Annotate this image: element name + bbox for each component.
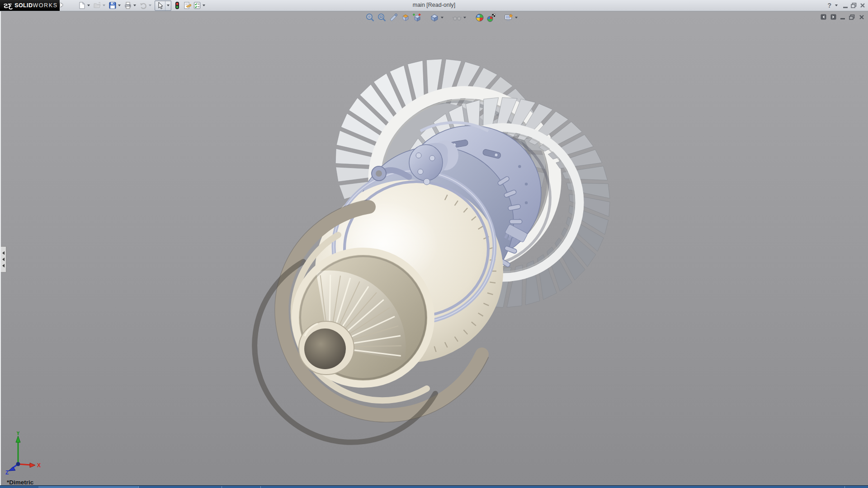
file-properties-button[interactable]: [183, 1, 192, 10]
undo-icon: [139, 1, 147, 9]
document-window-controls: [821, 14, 864, 20]
viewport[interactable]: Y X Z *Dimetric: [0, 11, 868, 486]
next-pane-button[interactable]: [830, 14, 836, 20]
taskbar-divider: [260, 486, 261, 488]
select-tool-dropdown[interactable]: [165, 1, 171, 10]
select-cursor-icon: [156, 2, 164, 9]
close-button[interactable]: [860, 3, 865, 8]
document-minimize-button[interactable]: [840, 18, 845, 19]
print-icon: [124, 1, 132, 9]
help-dropdown[interactable]: [835, 5, 838, 6]
file-properties-icon: [183, 1, 192, 9]
orientation-triad[interactable]: Y X Z: [5, 432, 45, 474]
hide-show-items-button[interactable]: [452, 13, 462, 23]
options-checklist-icon: [193, 1, 201, 9]
taskbar-edge[interactable]: [0, 485, 868, 488]
minimize-button[interactable]: [843, 7, 848, 8]
open-document-dropdown[interactable]: [103, 5, 105, 6]
eyeglasses-icon: [452, 13, 462, 23]
section-view-button[interactable]: [389, 13, 399, 23]
exhaust-nozzle: [299, 321, 354, 375]
document-title: main [Read-only]: [413, 2, 456, 8]
traffic-light-icon: [173, 1, 181, 9]
open-document-button[interactable]: [93, 1, 102, 10]
appearance-ball-icon: [475, 13, 485, 23]
document-restore-button[interactable]: [849, 14, 855, 20]
taskbar-segment: [38, 486, 138, 488]
restore-button[interactable]: [851, 3, 857, 8]
select-tool-button[interactable]: [155, 1, 165, 10]
new-document-button[interactable]: [77, 1, 86, 10]
previous-view-icon: [412, 13, 422, 23]
triad-z-label: Z: [5, 469, 9, 474]
standard-toolbar: [77, 0, 208, 11]
heads-up-view-toolbar: [364, 13, 520, 23]
solidworks-logo-glyph: ƷS: [4, 2, 12, 9]
view-orientation-button[interactable]: [401, 13, 410, 23]
open-document-icon: [93, 1, 101, 9]
undo-dropdown[interactable]: [149, 5, 151, 6]
triad-x-label: X: [37, 462, 41, 469]
menu-expand-arrow-icon[interactable]: [60, 3, 63, 7]
3d-model-jet-engine[interactable]: [0, 0, 868, 488]
display-style-icon: [429, 13, 439, 23]
titlebar: ƷS SOLID WORKS: [0, 0, 868, 11]
save-button[interactable]: [108, 1, 117, 10]
zoom-to-fit-icon: [365, 13, 375, 23]
panel-collapse-tab[interactable]: [1, 246, 6, 272]
select-tool-group: [155, 0, 171, 11]
help-button[interactable]: ?: [827, 2, 831, 9]
apply-scene-button[interactable]: [486, 13, 496, 23]
triad-y-label: Y: [16, 432, 20, 436]
collapse-arrow-icon: [2, 264, 5, 267]
new-document-icon: [78, 1, 86, 9]
view-settings-button[interactable]: [504, 13, 514, 23]
rebuild-button[interactable]: [173, 1, 182, 10]
document-close-button[interactable]: [859, 14, 864, 20]
options-dropdown[interactable]: [203, 5, 205, 6]
zoom-to-area-button[interactable]: [377, 13, 387, 23]
display-style-dropdown[interactable]: [441, 17, 443, 19]
zoom-to-area-icon: [377, 13, 387, 23]
save-dropdown[interactable]: [118, 5, 121, 6]
print-button[interactable]: [123, 1, 132, 10]
view-orientation-icon: [401, 13, 410, 23]
taskbar-divider: [138, 486, 139, 488]
view-orientation-label: *Dimetric: [7, 479, 33, 486]
solidworks-logo-text: SOLID: [14, 2, 33, 9]
taskbar-divider: [222, 486, 222, 488]
options-button[interactable]: [193, 1, 202, 10]
previous-pane-button[interactable]: [821, 14, 826, 20]
previous-view-button[interactable]: [412, 13, 422, 23]
section-view-icon: [389, 13, 399, 23]
hide-show-items-dropdown[interactable]: [463, 17, 466, 19]
solidworks-logo: ƷS SOLID WORKS: [0, 0, 60, 11]
undo-button[interactable]: [139, 1, 148, 10]
new-document-dropdown[interactable]: [87, 5, 90, 6]
view-settings-icon: [504, 13, 514, 23]
print-dropdown[interactable]: [133, 5, 136, 6]
collapse-arrow-icon: [2, 251, 5, 255]
display-style-button[interactable]: [429, 13, 439, 23]
window-controls: ?: [827, 0, 865, 11]
edit-appearance-button[interactable]: [475, 13, 485, 23]
save-icon: [108, 1, 117, 9]
collapse-arrow-icon: [2, 258, 5, 261]
apply-scene-icon: [486, 13, 496, 23]
view-settings-dropdown[interactable]: [515, 17, 518, 19]
zoom-to-fit-button[interactable]: [365, 13, 375, 23]
taskbar-divider: [844, 486, 845, 488]
